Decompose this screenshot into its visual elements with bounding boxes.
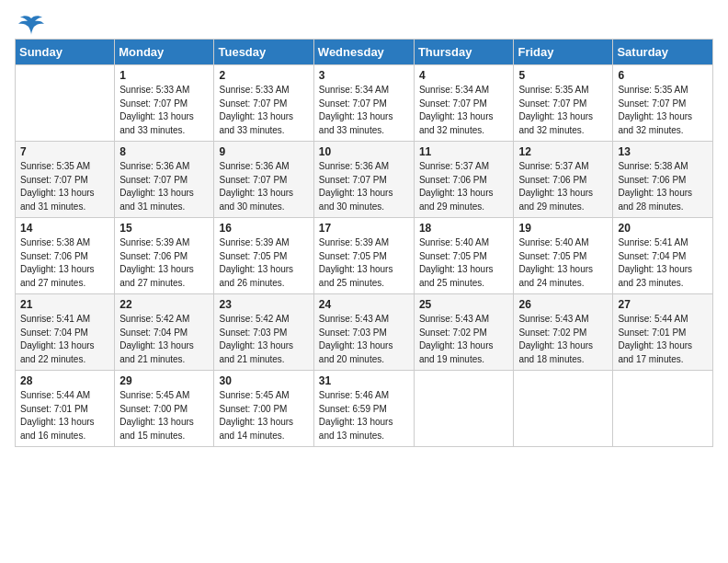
day-number: 24 [319, 298, 409, 311]
day-number: 19 [518, 222, 608, 235]
calendar-cell: 18Sunrise: 5:40 AM Sunset: 7:05 PM Dayli… [414, 218, 514, 294]
day-info: Sunrise: 5:33 AM Sunset: 7:07 PM Dayligh… [219, 84, 308, 137]
day-info: Sunrise: 5:38 AM Sunset: 7:06 PM Dayligh… [20, 236, 109, 290]
day-info: Sunrise: 5:35 AM Sunset: 7:07 PM Dayligh… [20, 160, 109, 213]
day-info: Sunrise: 5:33 AM Sunset: 7:07 PM Dayligh… [119, 84, 209, 137]
day-number: 28 [20, 374, 109, 387]
day-info: Sunrise: 5:39 AM Sunset: 7:06 PM Dayligh… [119, 236, 209, 290]
day-info: Sunrise: 5:35 AM Sunset: 7:07 PM Dayligh… [518, 84, 608, 137]
day-number: 23 [219, 298, 308, 311]
day-info: Sunrise: 5:43 AM Sunset: 7:02 PM Dayligh… [518, 313, 608, 366]
calendar-week-row: 7Sunrise: 5:35 AM Sunset: 7:07 PM Daylig… [16, 142, 713, 218]
header-tuesday: Tuesday [214, 40, 313, 65]
calendar-header-row: SundayMondayTuesdayWednesdayThursdayFrid… [16, 40, 713, 65]
day-info: Sunrise: 5:45 AM Sunset: 7:00 PM Dayligh… [119, 389, 209, 442]
calendar-cell: 24Sunrise: 5:43 AM Sunset: 7:03 PM Dayli… [313, 294, 414, 371]
logo [15, 15, 44, 31]
day-number: 29 [119, 374, 209, 387]
day-number: 13 [618, 145, 708, 158]
calendar-cell: 1Sunrise: 5:33 AM Sunset: 7:07 PM Daylig… [115, 65, 214, 142]
header-sunday: Sunday [16, 40, 115, 65]
day-number: 16 [219, 222, 308, 235]
calendar-cell: 11Sunrise: 5:37 AM Sunset: 7:06 PM Dayli… [414, 142, 514, 218]
day-info: Sunrise: 5:39 AM Sunset: 7:05 PM Dayligh… [219, 236, 308, 290]
day-info: Sunrise: 5:36 AM Sunset: 7:07 PM Dayligh… [119, 160, 209, 213]
day-number: 7 [20, 145, 109, 158]
calendar-cell: 17Sunrise: 5:39 AM Sunset: 7:05 PM Dayli… [313, 218, 414, 294]
day-info: Sunrise: 5:37 AM Sunset: 7:06 PM Dayligh… [518, 160, 608, 213]
day-number: 5 [518, 69, 608, 82]
day-number: 9 [219, 145, 308, 158]
calendar-cell [414, 371, 514, 447]
day-info: Sunrise: 5:45 AM Sunset: 7:00 PM Dayligh… [219, 389, 308, 442]
calendar-cell: 5Sunrise: 5:35 AM Sunset: 7:07 PM Daylig… [514, 65, 613, 142]
calendar-cell: 28Sunrise: 5:44 AM Sunset: 7:01 PM Dayli… [16, 371, 115, 447]
calendar-cell: 27Sunrise: 5:44 AM Sunset: 7:01 PM Dayli… [613, 294, 713, 371]
calendar-cell [16, 65, 115, 142]
logo-bird-icon [18, 15, 44, 35]
calendar-cell: 31Sunrise: 5:46 AM Sunset: 6:59 PM Dayli… [313, 371, 414, 447]
day-number: 21 [20, 298, 109, 311]
day-info: Sunrise: 5:39 AM Sunset: 7:05 PM Dayligh… [319, 236, 409, 290]
calendar-cell: 14Sunrise: 5:38 AM Sunset: 7:06 PM Dayli… [16, 218, 115, 294]
day-number: 17 [319, 222, 409, 235]
day-number: 11 [419, 145, 509, 158]
day-number: 10 [319, 145, 409, 158]
calendar-week-row: 1Sunrise: 5:33 AM Sunset: 7:07 PM Daylig… [16, 65, 713, 142]
calendar-cell: 8Sunrise: 5:36 AM Sunset: 7:07 PM Daylig… [115, 142, 214, 218]
calendar-cell: 23Sunrise: 5:42 AM Sunset: 7:03 PM Dayli… [214, 294, 313, 371]
calendar-cell: 10Sunrise: 5:36 AM Sunset: 7:07 PM Dayli… [313, 142, 414, 218]
calendar-cell: 7Sunrise: 5:35 AM Sunset: 7:07 PM Daylig… [16, 142, 115, 218]
calendar-week-row: 14Sunrise: 5:38 AM Sunset: 7:06 PM Dayli… [16, 218, 713, 294]
day-info: Sunrise: 5:43 AM Sunset: 7:03 PM Dayligh… [319, 313, 409, 366]
day-number: 12 [518, 145, 608, 158]
day-info: Sunrise: 5:42 AM Sunset: 7:04 PM Dayligh… [119, 313, 209, 366]
day-info: Sunrise: 5:38 AM Sunset: 7:06 PM Dayligh… [618, 160, 708, 213]
day-number: 4 [419, 69, 509, 82]
day-number: 27 [618, 298, 708, 311]
day-number: 8 [119, 145, 209, 158]
header-saturday: Saturday [613, 40, 713, 65]
day-info: Sunrise: 5:42 AM Sunset: 7:03 PM Dayligh… [219, 313, 308, 366]
day-number: 15 [119, 222, 209, 235]
header-friday: Friday [514, 40, 613, 65]
calendar-cell: 16Sunrise: 5:39 AM Sunset: 7:05 PM Dayli… [214, 218, 313, 294]
calendar-cell: 29Sunrise: 5:45 AM Sunset: 7:00 PM Dayli… [115, 371, 214, 447]
day-info: Sunrise: 5:36 AM Sunset: 7:07 PM Dayligh… [219, 160, 308, 213]
day-info: Sunrise: 5:34 AM Sunset: 7:07 PM Dayligh… [319, 84, 409, 137]
day-info: Sunrise: 5:36 AM Sunset: 7:07 PM Dayligh… [319, 160, 409, 213]
day-number: 30 [219, 374, 308, 387]
day-number: 25 [419, 298, 509, 311]
calendar-table: SundayMondayTuesdayWednesdayThursdayFrid… [15, 39, 713, 447]
day-info: Sunrise: 5:40 AM Sunset: 7:05 PM Dayligh… [518, 236, 608, 290]
calendar-cell: 15Sunrise: 5:39 AM Sunset: 7:06 PM Dayli… [115, 218, 214, 294]
day-info: Sunrise: 5:44 AM Sunset: 7:01 PM Dayligh… [618, 313, 708, 366]
calendar-week-row: 21Sunrise: 5:41 AM Sunset: 7:04 PM Dayli… [16, 294, 713, 371]
calendar-week-row: 28Sunrise: 5:44 AM Sunset: 7:01 PM Dayli… [16, 371, 713, 447]
calendar-cell: 25Sunrise: 5:43 AM Sunset: 7:02 PM Dayli… [414, 294, 514, 371]
day-number: 1 [119, 69, 209, 82]
day-number: 20 [618, 222, 708, 235]
day-number: 26 [518, 298, 608, 311]
calendar-cell: 13Sunrise: 5:38 AM Sunset: 7:06 PM Dayli… [613, 142, 713, 218]
header-monday: Monday [115, 40, 214, 65]
day-info: Sunrise: 5:35 AM Sunset: 7:07 PM Dayligh… [618, 84, 708, 137]
calendar-cell: 12Sunrise: 5:37 AM Sunset: 7:06 PM Dayli… [514, 142, 613, 218]
header-thursday: Thursday [414, 40, 514, 65]
calendar-cell [514, 371, 613, 447]
calendar-cell: 22Sunrise: 5:42 AM Sunset: 7:04 PM Dayli… [115, 294, 214, 371]
day-info: Sunrise: 5:34 AM Sunset: 7:07 PM Dayligh… [419, 84, 509, 137]
page-header [15, 15, 713, 31]
day-number: 22 [119, 298, 209, 311]
day-number: 6 [618, 69, 708, 82]
calendar-cell: 2Sunrise: 5:33 AM Sunset: 7:07 PM Daylig… [214, 65, 313, 142]
day-info: Sunrise: 5:41 AM Sunset: 7:04 PM Dayligh… [618, 236, 708, 290]
calendar-cell: 30Sunrise: 5:45 AM Sunset: 7:00 PM Dayli… [214, 371, 313, 447]
calendar-cell: 26Sunrise: 5:43 AM Sunset: 7:02 PM Dayli… [514, 294, 613, 371]
calendar-cell: 9Sunrise: 5:36 AM Sunset: 7:07 PM Daylig… [214, 142, 313, 218]
header-wednesday: Wednesday [313, 40, 414, 65]
day-info: Sunrise: 5:41 AM Sunset: 7:04 PM Dayligh… [20, 313, 109, 366]
day-number: 2 [219, 69, 308, 82]
calendar-cell: 21Sunrise: 5:41 AM Sunset: 7:04 PM Dayli… [16, 294, 115, 371]
day-info: Sunrise: 5:37 AM Sunset: 7:06 PM Dayligh… [419, 160, 509, 213]
